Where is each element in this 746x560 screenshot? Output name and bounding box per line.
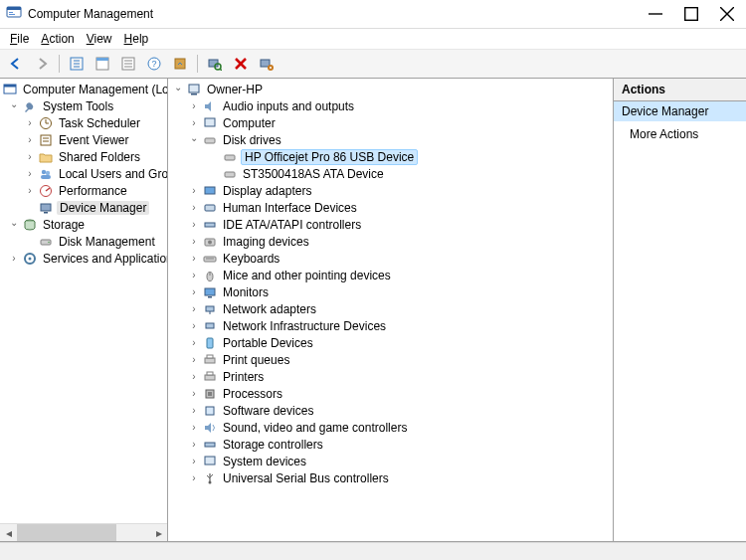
expand-icon[interactable] xyxy=(24,117,36,129)
tree-system-tools[interactable]: System Tools xyxy=(0,97,167,114)
expand-icon[interactable] xyxy=(8,219,20,231)
cat-display-adapters[interactable]: Display adapters xyxy=(168,182,613,199)
cat-mice[interactable]: Mice and other pointing devices xyxy=(168,267,613,283)
expand-icon[interactable] xyxy=(188,253,200,265)
horizontal-scrollbar[interactable]: ◂ ▸ xyxy=(0,523,167,541)
forward-button[interactable] xyxy=(30,52,54,76)
tree-disk-management[interactable]: Disk Management xyxy=(0,233,167,250)
expand-icon[interactable] xyxy=(188,303,200,315)
device-tree[interactable]: Owner-HP Audio inputs and outputs Comput… xyxy=(168,79,613,488)
back-button[interactable] xyxy=(4,52,28,76)
expand-icon[interactable] xyxy=(188,320,200,332)
expand-icon[interactable] xyxy=(188,202,200,214)
disable-device-button[interactable] xyxy=(255,52,279,76)
expand-icon[interactable] xyxy=(188,100,200,112)
expand-icon[interactable] xyxy=(188,236,200,248)
expand-icon[interactable] xyxy=(188,270,200,281)
cat-storage-controllers[interactable]: Storage controllers xyxy=(168,436,613,453)
menu-help[interactable]: Help xyxy=(120,31,153,47)
keyboard-icon xyxy=(202,251,218,267)
cat-sound[interactable]: Sound, video and game controllers xyxy=(168,419,613,436)
cat-imaging[interactable]: Imaging devices xyxy=(168,233,613,250)
expand-icon[interactable] xyxy=(24,168,36,180)
expand-icon[interactable] xyxy=(8,100,20,112)
uninstall-button[interactable] xyxy=(229,52,253,76)
expand-icon[interactable] xyxy=(188,337,200,349)
cat-printers[interactable]: Printers xyxy=(168,368,613,385)
more-actions[interactable]: More Actions xyxy=(614,121,746,147)
expand-icon[interactable] xyxy=(188,371,200,383)
expand-icon[interactable] xyxy=(188,219,200,231)
show-hide-tree-button[interactable] xyxy=(65,52,89,76)
cat-network-infra[interactable]: Network Infrastructure Devices xyxy=(168,317,613,334)
detail-view-button[interactable] xyxy=(116,52,140,76)
close-button[interactable] xyxy=(720,7,734,21)
device-hp-officejet[interactable]: HP Officejet Pro 86 USB Device xyxy=(168,148,613,165)
tree-label: ST3500418AS ATA Device xyxy=(241,167,386,181)
cat-system-devices[interactable]: System devices xyxy=(168,453,613,469)
tree-label: Computer Management (Local xyxy=(21,83,168,96)
cat-keyboards[interactable]: Keyboards xyxy=(168,250,613,267)
scroll-right-button[interactable]: ▸ xyxy=(150,524,167,541)
cat-print-queues[interactable]: Print queues xyxy=(168,351,613,368)
cat-audio[interactable]: Audio inputs and outputs xyxy=(168,97,613,114)
cat-computer[interactable]: Computer xyxy=(168,114,613,131)
help-button[interactable]: ? xyxy=(142,52,166,76)
cat-monitors[interactable]: Monitors xyxy=(168,283,613,300)
cat-usb[interactable]: Universal Serial Bus controllers xyxy=(168,469,613,486)
expand-icon[interactable] xyxy=(188,388,200,400)
expand-icon[interactable] xyxy=(8,253,20,265)
minimize-button[interactable] xyxy=(649,7,662,21)
properties-button[interactable] xyxy=(91,52,114,76)
workspace: Computer Management (Local System Tools … xyxy=(0,79,746,542)
tree-device-manager[interactable]: Device Manager xyxy=(0,199,167,216)
console-tree-pane: Computer Management (Local System Tools … xyxy=(0,79,168,541)
cat-disk-drives[interactable]: Disk drives xyxy=(168,131,613,148)
maximize-button[interactable] xyxy=(684,7,698,21)
expand-icon[interactable] xyxy=(24,151,36,163)
scroll-left-button[interactable]: ◂ xyxy=(0,524,17,541)
window-title: Computer Management xyxy=(28,7,649,21)
network-icon xyxy=(202,301,218,317)
scroll-thumb[interactable] xyxy=(17,524,116,541)
tree-shared-folders[interactable]: Shared Folders xyxy=(0,148,167,165)
cat-processors[interactable]: Processors xyxy=(168,385,613,402)
cat-software-devices[interactable]: Software devices xyxy=(168,402,613,419)
tree-root-computer-management[interactable]: Computer Management (Local xyxy=(0,81,167,97)
cat-network-adapters[interactable]: Network adapters xyxy=(168,300,613,317)
menu-view[interactable]: View xyxy=(83,31,116,47)
svg-rect-49 xyxy=(191,93,197,95)
tree-storage[interactable]: Storage xyxy=(0,216,167,233)
tree-task-scheduler[interactable]: Task Scheduler xyxy=(0,114,167,131)
menu-file[interactable]: File xyxy=(6,31,33,47)
expand-icon[interactable] xyxy=(172,84,184,95)
device-root[interactable]: Owner-HP xyxy=(168,81,613,97)
expand-icon[interactable] xyxy=(188,456,200,467)
expand-icon[interactable] xyxy=(188,422,200,434)
tree-local-users[interactable]: Local Users and Groups xyxy=(0,165,167,182)
tree-event-viewer[interactable]: Event Viewer xyxy=(0,131,167,148)
cat-portable[interactable]: Portable Devices xyxy=(168,334,613,351)
expand-icon[interactable] xyxy=(188,117,200,129)
tree-services-apps[interactable]: Services and Applications xyxy=(0,250,167,267)
expand-icon[interactable] xyxy=(188,286,200,298)
console-tree[interactable]: Computer Management (Local System Tools … xyxy=(0,79,167,269)
expand-icon[interactable] xyxy=(188,134,200,146)
refresh-button[interactable] xyxy=(168,52,192,76)
cat-ide[interactable]: IDE ATA/ATAPI controllers xyxy=(168,216,613,233)
cat-hid[interactable]: Human Interface Devices xyxy=(168,199,613,216)
expand-icon[interactable] xyxy=(24,185,36,197)
expand-icon[interactable] xyxy=(188,439,200,451)
svg-rect-70 xyxy=(207,355,213,358)
device-st-ata[interactable]: ST3500418AS ATA Device xyxy=(168,165,613,182)
tree-label: Display adapters xyxy=(221,184,313,198)
expand-icon[interactable] xyxy=(188,405,200,417)
actions-category[interactable]: Device Manager xyxy=(614,101,746,121)
expand-icon[interactable] xyxy=(188,472,200,484)
tree-performance[interactable]: Performance xyxy=(0,182,167,199)
menu-action[interactable]: Action xyxy=(37,31,78,47)
expand-icon[interactable] xyxy=(188,185,200,197)
scan-hardware-button[interactable] xyxy=(203,52,227,76)
expand-icon[interactable] xyxy=(24,134,36,146)
expand-icon[interactable] xyxy=(188,354,200,366)
